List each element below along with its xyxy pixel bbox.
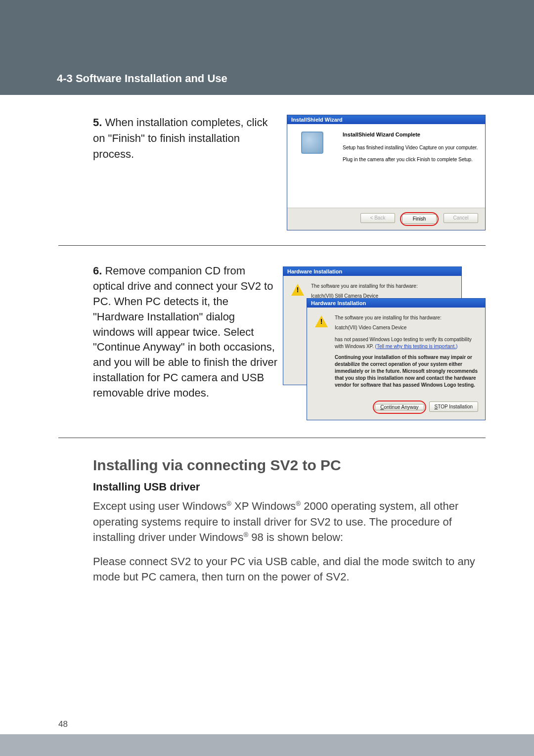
header-title: 4-3 Software Installation and Use [0, 72, 534, 95]
section-subheading: Installing USB driver [93, 481, 486, 493]
step-5-number: 5. [93, 116, 102, 129]
section-paragraph-1: Except using user Windows® XP Windows® 2… [93, 498, 486, 545]
installshield-window: InstallShield Wizard InstallShield Wizar… [287, 115, 486, 230]
hw-front-device: Icatch(VII) Video Camera Device [335, 324, 479, 331]
section-install-via-pc: Installing via connecting SV2 to PC Inst… [0, 457, 534, 584]
registered-mark-icon: ® [243, 531, 248, 538]
installshield-sidebar [287, 124, 337, 208]
step-6-text: 6. Remove companion CD from optical driv… [58, 264, 283, 400]
hw-back-intro: The software you are installing for this… [311, 283, 455, 290]
warning-icon [315, 315, 328, 328]
installshield-line2: Plug in the camera after you click Finis… [343, 156, 479, 163]
header-band: 4-3 Software Installation and Use [0, 0, 534, 95]
registered-mark-icon: ® [296, 500, 301, 507]
hardware-install-dialog-front: Hardware Installation The software you a… [307, 298, 486, 420]
hw-front-titlebar: Hardware Installation [307, 299, 485, 308]
divider-1 [58, 245, 486, 246]
hw-front-warning: Continuing your installation of this sof… [335, 354, 479, 389]
hw-front-button-row: CContinue Anywayontinue Anyway SSTOP Ins… [307, 395, 485, 420]
finish-highlight-circle: Finish [401, 213, 438, 225]
step-6-block: 6. Remove companion CD from optical driv… [58, 264, 486, 415]
section-heading: Installing via connecting SV2 to PC [93, 457, 486, 474]
stop-installation-button[interactable]: SSTOP InstallationTOP Installation [429, 401, 478, 412]
step-5-block: 5. When installation completes, click on… [58, 115, 486, 230]
installshield-text: InstallShield Wizard Complete Setup has … [337, 124, 485, 208]
tell-me-why-link[interactable]: Tell me why this testing is important. [377, 344, 456, 349]
hw-back-titlebar: Hardware Installation [283, 267, 461, 276]
step-6-body: Remove companion CD from optical drive a… [93, 265, 277, 399]
divider-2 [58, 438, 486, 438]
back-button[interactable]: < Back [360, 213, 395, 223]
hw-front-notpassed: has not passed Windows Logo testing to v… [335, 336, 479, 350]
installshield-logo-icon [301, 132, 323, 154]
installshield-titlebar: InstallShield Wizard [287, 115, 485, 124]
continue-anyway-highlight-circle: CContinue Anywayontinue Anyway [374, 401, 425, 413]
footer-band [0, 734, 534, 756]
content-area: 5. When installation completes, click on… [0, 95, 534, 438]
hw-front-body: The software you are installing for this… [307, 308, 485, 395]
finish-button[interactable]: Finish [402, 214, 437, 224]
step-6-number: 6. [93, 265, 102, 277]
step-5-text: 5. When installation completes, click on… [58, 115, 287, 162]
hardware-dialogs-wrap: Hardware Installation The software you a… [283, 267, 486, 415]
step-5-body: When installation completes, click on "F… [93, 116, 267, 160]
continue-anyway-button[interactable]: CContinue Anywayontinue Anyway [375, 404, 424, 410]
installshield-body: InstallShield Wizard Complete Setup has … [287, 124, 485, 208]
installshield-line1: Setup has finished installing Video Capt… [343, 144, 479, 151]
hw-front-intro: The software you are installing for this… [335, 314, 479, 321]
installshield-heading: InstallShield Wizard Complete [343, 131, 479, 138]
warning-icon [291, 284, 304, 297]
section-paragraph-2: Please connect SV2 to your PC via USB ca… [93, 554, 486, 584]
page: 4-3 Software Installation and Use 5. Whe… [0, 0, 534, 756]
installshield-button-row: < Back Finish Cancel [287, 208, 485, 230]
cancel-button[interactable]: Cancel [444, 213, 478, 223]
registered-mark-icon: ® [226, 500, 231, 507]
hw-front-text: The software you are installing for this… [335, 314, 479, 389]
page-number: 48 [58, 719, 68, 729]
